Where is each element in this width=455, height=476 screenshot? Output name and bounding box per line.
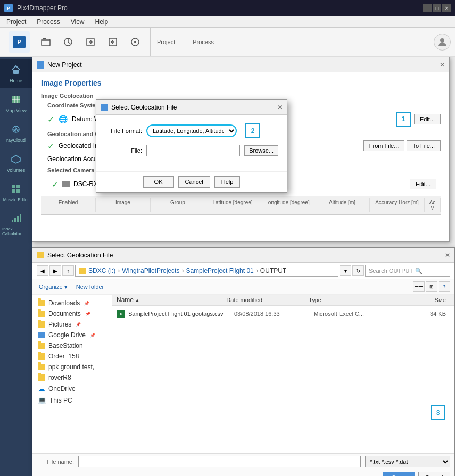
- toolbar-nav-btn[interactable]: [57, 34, 79, 51]
- sidebar-item-home[interactable]: Home: [0, 59, 32, 88]
- col-group: Group: [151, 198, 205, 212]
- toolbar-export-btn[interactable]: [102, 34, 123, 51]
- menu-view[interactable]: View: [69, 17, 87, 27]
- pictures-label: Pictures: [48, 321, 71, 328]
- fb-sidebar-downloads[interactable]: Downloads 📌: [32, 298, 112, 308]
- fb-title-bar: Select Geolocation File ✕: [32, 248, 454, 263]
- settings-icon: [129, 36, 142, 48]
- app-icon: P: [4, 4, 13, 12]
- sidebar-label-volumes: Volumes: [7, 168, 26, 173]
- step3-badge: 3: [431, 405, 445, 420]
- organize-button[interactable]: Organize ▾: [37, 282, 70, 291]
- file-item[interactable]: X SampleProject Flight 01 geotags.csv 03…: [112, 308, 454, 320]
- svg-rect-14: [14, 218, 16, 222]
- fb-sidebar-basestation[interactable]: BaseStation: [32, 340, 112, 351]
- file-type: Microsoft Excel C...: [313, 311, 393, 317]
- nav-up-button[interactable]: ↑: [62, 265, 74, 276]
- open-button[interactable]: Open: [383, 472, 415, 476]
- step1-badge: 1: [396, 112, 411, 127]
- browse-button[interactable]: Browse...: [244, 145, 278, 156]
- geo-cancel-button[interactable]: Cancel: [178, 176, 210, 188]
- view-details-button[interactable]: ☰☰: [413, 281, 425, 292]
- file-label: File:: [105, 147, 142, 154]
- fb-sidebar-google-drive[interactable]: Google Drive 📌: [32, 330, 112, 340]
- minimize-button[interactable]: —: [423, 4, 432, 12]
- map-icon: [10, 93, 22, 106]
- downloads-folder-icon: [38, 300, 45, 306]
- ppk-folder-icon: [38, 364, 45, 370]
- close-button[interactable]: ✕: [442, 4, 451, 12]
- user-avatar[interactable]: [434, 34, 451, 51]
- fb-sidebar-onedrive[interactable]: ☁ OneDrive: [32, 383, 112, 395]
- menu-project[interactable]: Project: [4, 17, 28, 27]
- camera-check-icon: ✓: [52, 179, 59, 189]
- maximize-button[interactable]: □: [433, 4, 441, 12]
- open-icon: [39, 36, 52, 48]
- documents-pin-icon: 📌: [85, 312, 90, 316]
- fb-title: Select Geolocation File: [37, 252, 113, 259]
- fb-folder-icon: [37, 252, 44, 258]
- sidebar-item-mosaic[interactable]: Mosaic Editor: [0, 178, 32, 206]
- nav-forward-button[interactable]: ▶: [49, 265, 61, 276]
- title-bar-controls: — □ ✕: [423, 4, 451, 12]
- camera-icon: [62, 181, 70, 187]
- geo-dialog-footer: OK Cancel Help: [96, 171, 287, 192]
- fb-sidebar-pictures[interactable]: Pictures 📌: [32, 319, 112, 330]
- col-type-header[interactable]: Type: [309, 297, 391, 303]
- fb-sidebar-documents[interactable]: Documents 📌: [32, 308, 112, 319]
- fb-close-button[interactable]: ✕: [445, 252, 450, 259]
- help-button[interactable]: Help: [214, 176, 241, 188]
- sidebar-item-index[interactable]: Index Calculator: [0, 207, 32, 240]
- sidebar-item-raycloud[interactable]: rayCloud: [0, 119, 32, 147]
- toolbar-process-label: Process: [188, 39, 218, 45]
- address-wingtra[interactable]: WingtraPilotProjects: [122, 267, 179, 274]
- google-drive-icon: [38, 332, 45, 338]
- mosaic-icon: [10, 182, 22, 195]
- to-file-button[interactable]: To File...: [407, 140, 441, 151]
- view-large-button[interactable]: ⊞: [426, 281, 437, 292]
- menu-help[interactable]: Help: [93, 17, 111, 27]
- fb-footer-buttons: Open Cancel: [32, 470, 454, 476]
- new-project-close-button[interactable]: ✕: [440, 61, 445, 69]
- fb-sidebar-rover[interactable]: roverR8: [32, 372, 112, 383]
- title-bar-left: P Pix4Dmapper Pro: [4, 4, 68, 12]
- address-sdxc[interactable]: SDXC (I:): [88, 267, 115, 274]
- file-date: 03/08/2018 16:33: [234, 311, 313, 317]
- address-output: OUTPUT: [260, 267, 286, 274]
- nav-dropdown-button[interactable]: ▾: [340, 265, 351, 276]
- menu-process[interactable]: Process: [35, 17, 62, 27]
- fb-sidebar-ppk[interactable]: ppk ground test,: [32, 362, 112, 372]
- toolbar: P: [0, 28, 455, 57]
- fb-cancel-button[interactable]: Cancel: [418, 472, 450, 476]
- help-icon-button[interactable]: ?: [439, 281, 450, 292]
- search-icon[interactable]: 🔍: [415, 268, 423, 274]
- ok-button[interactable]: OK: [143, 176, 174, 188]
- filename-input[interactable]: [78, 456, 361, 467]
- col-name-header[interactable]: Name ▲: [117, 296, 226, 304]
- nav-back-button[interactable]: ◀: [37, 265, 48, 276]
- toolbar-open-btn[interactable]: [35, 34, 56, 51]
- thispc-icon: 💻: [38, 396, 46, 404]
- toolbar-settings-btn[interactable]: [125, 34, 146, 51]
- new-folder-button[interactable]: New folder: [74, 282, 106, 291]
- new-project-title-bar: New Project ✕: [32, 57, 449, 72]
- nav-refresh-button[interactable]: ↻: [352, 265, 364, 276]
- fb-sidebar-order158[interactable]: Order_158: [32, 351, 112, 362]
- camera-edit-button[interactable]: Edit...: [410, 179, 436, 189]
- geo-dialog-close-button[interactable]: ✕: [277, 104, 283, 111]
- filetype-select[interactable]: *.txt *.csv *.dat: [365, 456, 450, 467]
- col-size-header[interactable]: Size: [391, 297, 450, 303]
- toolbar-import-btn[interactable]: [80, 34, 101, 51]
- onedrive-icon: ☁: [38, 385, 45, 393]
- coord-edit-button[interactable]: Edit...: [414, 114, 441, 124]
- file-input[interactable]: [146, 145, 240, 156]
- col-date-header[interactable]: Date modified: [226, 297, 309, 303]
- address-sample[interactable]: SampleProject Flight 01: [186, 267, 253, 274]
- format-select[interactable]: Latitude, Longitude, AltitudeLongitude, …: [146, 124, 237, 137]
- file-browser-dialog: Select Geolocation File ✕ ◀ ▶ ↑ SDXC (I:…: [32, 247, 455, 476]
- sidebar-item-volumes[interactable]: Volumes: [0, 148, 32, 177]
- sidebar-item-mapview[interactable]: Map View: [0, 89, 32, 118]
- fb-sidebar-thispc[interactable]: 💻 This PC: [32, 395, 112, 406]
- from-file-button[interactable]: From File...: [363, 140, 405, 151]
- step2-badge: 2: [245, 123, 260, 138]
